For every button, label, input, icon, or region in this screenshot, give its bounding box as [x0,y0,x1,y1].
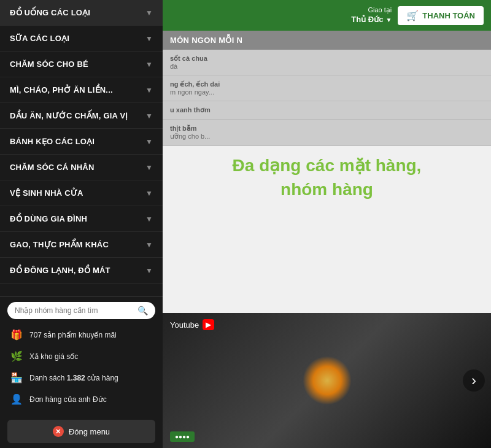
chevron-icon: ▼ [145,266,153,275]
chevron-icon: ▼ [145,163,153,172]
clearance-link-text: Xả kho giá sốc [29,352,78,361]
main-headline: Đa dạng các mặt hàng, nhóm hàng [175,153,479,201]
sidebar-item-cham-soc-ca-nhan[interactable]: CHĂM SÓC CÁ NHÂN ▼ [0,155,163,180]
chevron-icon: ▼ [145,215,153,223]
food-item-title: u xanh thơm [170,106,484,114]
sidebar-item-dau-an[interactable]: DẦU ĂN, NƯỚC CHẤM, GIA VỊ ▼ [0,103,163,129]
sidebar-item-dong-lanh[interactable]: ĐỒ ĐÔNG LẠNH, ĐỒ MÁT ▼ [0,258,163,284]
food-item-title: thịt bằm [170,125,484,133]
sidebar-item-sua[interactable]: SỮA CÁC LOẠI ▼ [0,26,163,52]
menu-items: ĐỒ UỐNG CÁC LOẠI ▼ SỮA CÁC LOẠI ▼ CHĂM S… [0,0,163,296]
chevron-icon: ▼ [145,60,153,69]
chevron-icon: ▼ [145,9,153,17]
chevron-icon: ▼ [145,189,153,198]
food-item-title: ng ếch, ếch dai [170,80,484,88]
chevron-icon: ▼ [145,241,153,249]
search-input-wrap: 🔍 [7,302,155,319]
sidebar-item-label: BÁNH KẸO CÁC LOẠI [10,137,95,146]
green-logo: ●●●● [170,431,195,442]
chevron-icon: ▼ [145,86,153,95]
order-link[interactable]: 👤 Đơn hàng của anh Đức [0,388,163,410]
youtube-label: Youtube ▶ [170,319,214,330]
search-box: 🔍 [0,296,163,324]
food-item: u xanh thơm [163,101,491,120]
food-item-desc: m ngon ngay... [170,88,484,96]
sidebar-item-label: ĐỒ UỐNG CÁC LOẠI [10,8,90,17]
chevron-icon: ▼ [145,137,153,146]
youtube-text: Youtube [170,320,199,330]
sidebar-item-label: SỮA CÁC LOẠI [10,34,69,43]
delivery-info: Giao tại Thủ Đức ▼ [351,6,392,25]
location-arrow-icon: ▼ [385,16,392,24]
promo-link-text: 707 sản phẩm khuyến mãi [29,331,117,339]
close-x-icon: ✕ [53,426,64,437]
food-item-desc: ưỡng cho b... [170,133,484,141]
chevron-icon: ▼ [145,112,153,120]
bulb-image [303,356,352,405]
store-list-text: Danh sách 1.382 cửa hàng [29,374,118,382]
search-input[interactable] [15,306,133,315]
sidebar-item-label: DẦU ĂN, NƯỚC CHẤM, GIA VỊ [10,111,128,120]
person-icon: 👤 [10,393,23,405]
bottom-links: 🎁 707 sản phẩm khuyến mãi 🌿 Xả kho giá s… [0,324,163,415]
main-text-overlay: Đa dạng các mặt hàng, nhóm hàng [163,141,491,214]
sidebar-item-banh-keo[interactable]: BÁNH KẸO CÁC LOẠI ▼ [0,129,163,155]
sidebar: ĐỒ UỐNG CÁC LOẠI ▼ SỮA CÁC LOẠI ▼ CHĂM S… [0,0,163,448]
video-content: ●●●● [163,313,491,448]
sidebar-item-label: VỆ SINH NHÀ CỬA [10,188,83,198]
food-item-title: sốt cà chua [170,55,484,63]
fire-icon: 🎁 [10,329,23,341]
delivery-label: Giao tại [368,6,392,14]
sidebar-item-label: GAO, THỰC PHẨM KHÁC [10,240,109,249]
store-icon: 🏪 [10,372,23,384]
delivery-location: Thủ Đức ▼ [351,15,392,25]
order-link-text: Đơn hàng của anh Đức [29,395,107,404]
chevron-icon: ▼ [145,34,153,43]
promo-link[interactable]: 🎁 707 sản phẩm khuyến mãi [0,324,163,346]
search-icon: 🔍 [137,306,148,315]
close-menu-button[interactable]: ✕ Đóng menu [7,420,155,443]
sidebar-item-label: CHĂM SÓC CÁ NHÂN [10,163,95,172]
sidebar-item-label: MÌ, CHÁO, PHỞ ĂN LIỀN... [10,85,113,95]
leaf-icon: 🌿 [10,350,23,362]
sidebar-item-gao[interactable]: GAO, THỰC PHẨM KHÁC ▼ [0,232,163,258]
sidebar-item-mi-chao[interactable]: MÌ, CHÁO, PHỞ ĂN LIỀN... ▼ [0,77,163,103]
youtube-section: ●●●● Youtube ▶ › [163,313,491,448]
clearance-link[interactable]: 🌿 Xả kho giá sốc [0,346,163,367]
header-bar: Giao tại Thủ Đức ▼ 🛒 THANH TOÁN [163,0,491,31]
sidebar-item-do-uong[interactable]: ĐỒ UỐNG CÁC LOẠI ▼ [0,0,163,26]
cart-icon: 🛒 [406,10,419,21]
sidebar-item-cham-soc-be[interactable]: CHĂM SÓC CHO BÉ ▼ [0,52,163,77]
promo-banner: MÓN NGON MỖI N [163,31,491,50]
next-arrow-icon[interactable]: › [463,369,485,392]
food-item: ng ếch, ếch dai m ngon ngay... [163,75,491,101]
close-menu-label: Đóng menu [69,427,110,436]
sidebar-item-ve-sinh[interactable]: VỆ SINH NHÀ CỬA ▼ [0,180,163,206]
sidebar-item-label: ĐỒ ĐÔNG LẠNH, ĐỒ MÁT [10,266,110,275]
sidebar-item-label: CHĂM SÓC CHO BÉ [10,60,88,69]
store-list-link[interactable]: 🏪 Danh sách 1.382 cửa hàng [0,367,163,388]
sidebar-item-label: ĐỒ DÙNG GIA ĐÌNH [10,214,87,223]
food-item-desc: đà [170,63,484,70]
checkout-button[interactable]: 🛒 THANH TOÁN [398,6,484,25]
sidebar-item-do-dung[interactable]: ĐỒ DÙNG GIA ĐÌNH ▼ [0,206,163,232]
youtube-icon: ▶ [203,319,214,330]
food-item: sốt cà chua đà [163,50,491,75]
